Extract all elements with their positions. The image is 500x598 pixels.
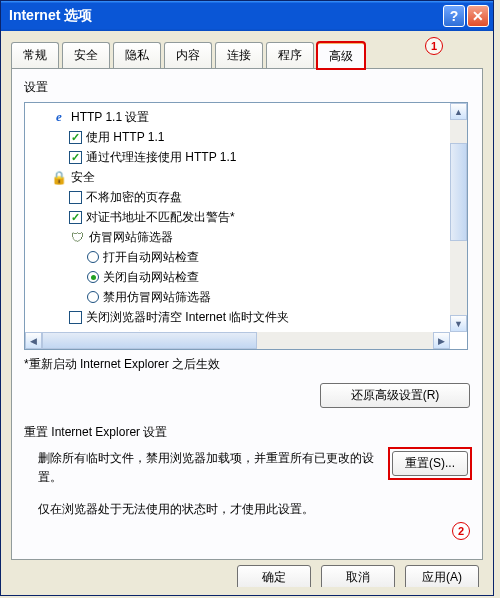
tab-general[interactable]: 常规 (11, 42, 59, 69)
tree-item[interactable]: ✓ 使用 HTTP 1.1 (33, 127, 463, 147)
tree-label: 打开自动网站检查 (103, 249, 199, 266)
tree-label: 不将加密的页存盘 (86, 189, 182, 206)
scroll-thumb[interactable] (42, 332, 257, 349)
tree-label: 关闭浏览器时清空 Internet 临时文件夹 (86, 309, 289, 326)
scroll-up-icon[interactable]: ▲ (450, 103, 467, 120)
reset-footnote: 仅在浏览器处于无法使用的状态时，才使用此设置。 (24, 500, 470, 518)
restore-defaults-button[interactable]: 还原高级设置(R) (320, 383, 470, 408)
tree-item[interactable]: ✓ 检查发行商的证书是否吊销 (33, 327, 463, 331)
checkbox-icon[interactable]: ✓ (69, 211, 82, 224)
scroll-down-icon[interactable]: ▼ (450, 315, 467, 332)
radio-icon[interactable] (87, 291, 99, 303)
annotation-2: 2 (452, 522, 470, 540)
tab-security[interactable]: 安全 (62, 42, 110, 69)
ie-icon: e (51, 109, 67, 125)
tree-category-security: 🔒 安全 (33, 167, 463, 187)
reset-section-title: 重置 Internet Explorer 设置 (24, 424, 470, 441)
horizontal-scrollbar[interactable]: ◀ ▶ (25, 332, 450, 349)
tab-advanced[interactable]: 高级 (317, 42, 365, 69)
tree-item[interactable]: 打开自动网站检查 (33, 247, 463, 267)
tree-item[interactable]: 关闭浏览器时清空 Internet 临时文件夹 (33, 307, 463, 327)
scroll-left-icon[interactable]: ◀ (25, 332, 42, 349)
tree-label: 关闭自动网站检查 (103, 269, 199, 286)
tab-privacy[interactable]: 隐私 (113, 42, 161, 69)
reset-button[interactable]: 重置(S)... (392, 451, 468, 476)
annotation-1: 1 (425, 37, 443, 55)
radio-icon[interactable] (87, 251, 99, 263)
checkbox-icon[interactable]: ✓ (69, 131, 82, 144)
tree-item[interactable]: 关闭自动网站检查 (33, 267, 463, 287)
checkbox-icon[interactable]: ✓ (69, 331, 82, 332)
tree-label: 使用 HTTP 1.1 (86, 129, 164, 146)
tree-label: HTTP 1.1 设置 (71, 109, 149, 126)
tab-content[interactable]: 内容 (164, 42, 212, 69)
tree-label: 检查发行商的证书是否吊销 (86, 329, 230, 332)
checkbox-icon[interactable] (69, 191, 82, 204)
tree-label: 仿冒网站筛选器 (89, 229, 173, 246)
settings-group-label: 设置 (24, 79, 470, 96)
tab-bar: 常规 安全 隐私 内容 连接 程序 高级 (1, 31, 493, 68)
tree-item[interactable]: ✓ 对证书地址不匹配发出警告* (33, 207, 463, 227)
window-title: Internet 选项 (9, 7, 443, 25)
restart-note: *重新启动 Internet Explorer 之后生效 (24, 356, 470, 373)
tab-connections[interactable]: 连接 (215, 42, 263, 69)
lock-icon: 🔒 (51, 169, 67, 185)
tree-item[interactable]: ✓ 通过代理连接使用 HTTP 1.1 (33, 147, 463, 167)
tree-label: 通过代理连接使用 HTTP 1.1 (86, 149, 236, 166)
tree-label: 安全 (71, 169, 95, 186)
tree-category-http: e HTTP 1.1 设置 (33, 107, 463, 127)
tree-label: 禁用仿冒网站筛选器 (103, 289, 211, 306)
titlebar[interactable]: Internet 选项 ? ✕ (1, 1, 493, 31)
tree-item[interactable]: 不将加密的页存盘 (33, 187, 463, 207)
settings-tree[interactable]: e HTTP 1.1 设置 ✓ 使用 HTTP 1.1 ✓ 通过代理连接使用 H… (24, 102, 468, 350)
vertical-scrollbar[interactable]: ▲ ▼ (450, 103, 467, 332)
advanced-panel: 设置 e HTTP 1.1 设置 ✓ 使用 HTTP 1.1 ✓ 通过代理连接使… (11, 68, 483, 560)
close-button[interactable]: ✕ (467, 5, 489, 27)
checkbox-icon[interactable] (69, 311, 82, 324)
shield-icon: 🛡 (69, 229, 85, 245)
reset-description: 删除所有临时文件，禁用浏览器加载项，并重置所有已更改的设置。 (24, 449, 376, 486)
tree-label: 对证书地址不匹配发出警告* (86, 209, 235, 226)
tab-programs[interactable]: 程序 (266, 42, 314, 69)
reset-section: 重置 Internet Explorer 设置 删除所有临时文件，禁用浏览器加载… (24, 424, 470, 518)
scroll-right-icon[interactable]: ▶ (433, 332, 450, 349)
scroll-thumb[interactable] (450, 143, 467, 241)
internet-options-dialog: Internet 选项 ? ✕ 1 常规 安全 隐私 内容 连接 程序 高级 设… (0, 0, 494, 596)
checkbox-icon[interactable]: ✓ (69, 151, 82, 164)
help-button[interactable]: ? (443, 5, 465, 27)
tree-item[interactable]: 禁用仿冒网站筛选器 (33, 287, 463, 307)
tree-category-phishing: 🛡 仿冒网站筛选器 (33, 227, 463, 247)
radio-icon[interactable] (87, 271, 99, 283)
